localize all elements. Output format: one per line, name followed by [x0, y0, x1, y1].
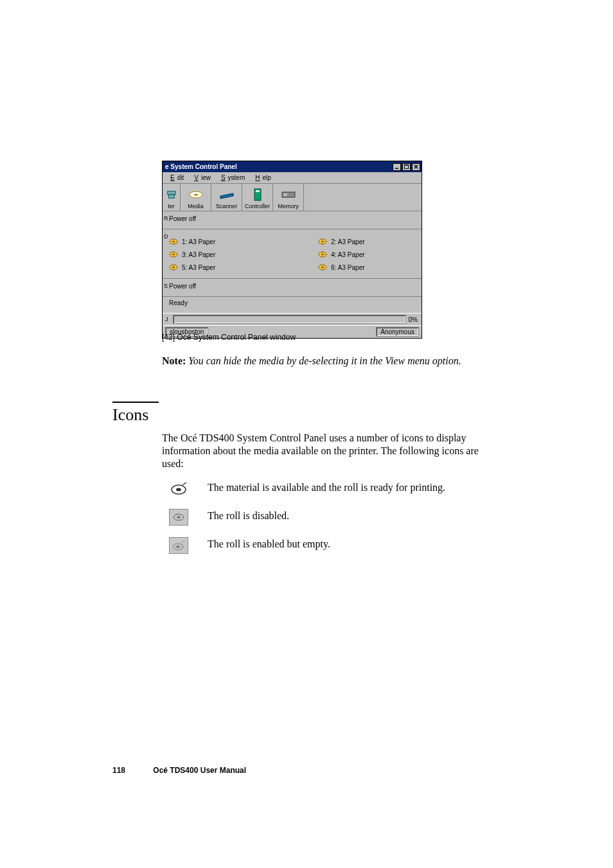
- media-item-4-label: 4: A3 Paper: [331, 251, 364, 258]
- scanner-status: Power off: [169, 283, 196, 290]
- toolbar-scanner-label: Scanner: [216, 203, 238, 209]
- note-line: Note: You can hide the media by de-selec…: [162, 355, 461, 367]
- title-bar: e System Control Panel: [163, 161, 422, 172]
- scanner-section: S Power off: [163, 279, 422, 297]
- page-number: 118: [112, 766, 151, 775]
- controller-section: Ready: [163, 297, 422, 313]
- media-item-3-label: 3: A3 Paper: [182, 251, 215, 258]
- window-title: e System Control Panel: [165, 163, 237, 170]
- toolbar-media-label: Media: [188, 203, 204, 209]
- media-item-6-label: 6: A3 Paper: [331, 264, 364, 271]
- menu-system[interactable]: System: [216, 173, 247, 182]
- screenshot-window: e System Control Panel Edit View System …: [162, 161, 422, 339]
- page-footer: 118 Océ TDS400 User Manual: [112, 766, 246, 775]
- maximize-button[interactable]: [402, 163, 411, 171]
- printer-status: Power off: [169, 215, 196, 222]
- toolbar: ter Media Scanner Controller Memory: [163, 184, 422, 211]
- progress-row: J 0%: [163, 313, 422, 325]
- media-item-6: 6: A3 Paper: [318, 263, 364, 272]
- svg-point-27: [321, 254, 324, 255]
- svg-point-15: [172, 241, 175, 242]
- toolbar-printer-label: ter: [168, 203, 175, 209]
- media-item-5-label: 5: A3 Paper: [182, 264, 215, 271]
- controller-icon: [253, 188, 262, 202]
- svg-rect-6: [168, 195, 174, 198]
- svg-rect-10: [256, 190, 260, 192]
- roll-ready-icon: [169, 481, 188, 497]
- controller-status: Ready: [169, 299, 188, 306]
- toolbar-controller-label: Controller: [245, 203, 270, 209]
- toolbar-memory[interactable]: Memory: [273, 184, 304, 211]
- svg-point-8: [194, 194, 198, 196]
- media-item-5: 5: A3 Paper: [169, 263, 215, 272]
- icon-row-ready-text: The material is available and the roll i…: [208, 481, 445, 493]
- heading-icons: Icons: [112, 405, 148, 425]
- manual-title: Océ TDS400 User Manual: [153, 766, 246, 775]
- svg-point-30: [321, 267, 324, 268]
- roll-ready-icon: [318, 263, 327, 272]
- roll-ready-icon: [318, 237, 327, 246]
- svg-point-32: [176, 488, 181, 492]
- svg-point-24: [321, 241, 324, 242]
- media-col-right: 2: A3 Paper 4: A3 Paper 6: A3 Paper: [318, 237, 364, 272]
- svg-point-36: [177, 546, 180, 548]
- heading-rule: [112, 402, 159, 403]
- toolbar-media[interactable]: Media: [181, 184, 211, 211]
- toolbar-scanner[interactable]: Scanner: [211, 184, 242, 211]
- svg-point-18: [172, 254, 175, 255]
- media-item-4: 4: A3 Paper: [318, 250, 364, 259]
- scanner-marker: S: [164, 283, 168, 289]
- svg-point-34: [177, 517, 181, 518]
- svg-rect-12: [283, 193, 287, 196]
- minimize-button[interactable]: [393, 163, 401, 171]
- toolbar-controller[interactable]: Controller: [242, 184, 273, 211]
- menu-help[interactable]: Help: [250, 173, 274, 182]
- roll-empty-icon: [169, 537, 188, 554]
- close-button[interactable]: [412, 163, 420, 171]
- menu-bar: Edit View System Help: [163, 172, 422, 184]
- page: e System Control Panel Edit View System …: [0, 0, 613, 868]
- menu-view[interactable]: View: [189, 173, 213, 182]
- icons-paragraph: The Océ TDS400 System Control Panel uses…: [162, 432, 496, 470]
- icon-row-disabled-text: The roll is disabled.: [208, 509, 289, 522]
- toolbar-memory-label: Memory: [278, 203, 299, 209]
- icon-row-empty: The roll is enabled but empty.: [169, 537, 503, 554]
- media-section: D 1: A3 Paper 3: A3 Paper 5: A3 Paper: [163, 229, 422, 279]
- roll-ready-icon: [169, 250, 178, 259]
- icon-row-empty-text: The roll is enabled but empty.: [208, 537, 330, 550]
- media-marker: D: [164, 233, 168, 240]
- toolbar-printer[interactable]: ter: [163, 184, 181, 211]
- icon-row-ready: The material is available and the roll i…: [169, 481, 503, 497]
- media-item-1-label: 1: A3 Paper: [182, 238, 215, 245]
- media-item-1: 1: A3 Paper: [169, 237, 215, 246]
- media-col-left: 1: A3 Paper 3: A3 Paper 5: A3 Paper: [169, 237, 215, 272]
- roll-ready-icon: [169, 237, 178, 246]
- media-item-2: 2: A3 Paper: [318, 237, 364, 246]
- media-grid: 1: A3 Paper 3: A3 Paper 5: A3 Paper 2: A…: [169, 237, 415, 272]
- roll-disabled-icon: [169, 509, 188, 526]
- memory-icon: [281, 188, 296, 202]
- printer-section: R Power off: [163, 211, 422, 229]
- icon-row-disabled: The roll is disabled.: [169, 509, 503, 526]
- printer-icon: [166, 188, 177, 202]
- media-item-2-label: 2: A3 Paper: [331, 238, 364, 245]
- menu-edit[interactable]: Edit: [165, 173, 186, 182]
- progress-bar: [173, 315, 406, 324]
- icon-list: The material is available and the roll i…: [169, 481, 503, 565]
- progress-marker: J: [165, 316, 170, 323]
- note-text: You can hide the media by de-selecting i…: [186, 355, 461, 366]
- svg-point-21: [172, 267, 175, 268]
- window-buttons: [393, 163, 420, 171]
- note-label: Note:: [162, 355, 186, 366]
- status-right: Anonymous: [376, 327, 419, 337]
- media-roll-icon: [188, 188, 204, 202]
- svg-rect-5: [167, 191, 175, 195]
- printer-marker: R: [164, 215, 168, 222]
- scanner-icon: [219, 188, 235, 202]
- progress-percent: 0%: [409, 316, 419, 323]
- roll-ready-icon: [169, 263, 178, 272]
- media-item-3: 3: A3 Paper: [169, 250, 215, 259]
- roll-ready-icon: [318, 250, 327, 259]
- figure-caption: [42] Océ System Control Panel window: [162, 333, 296, 342]
